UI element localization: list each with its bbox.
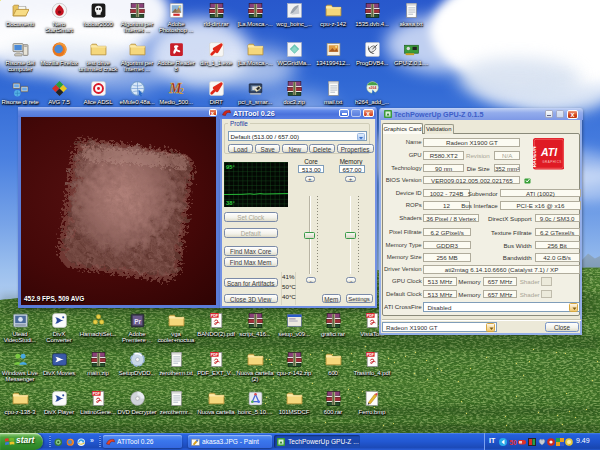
svg-text:RADEON: RADEON — [533, 146, 537, 167]
svg-text:50: 50 — [509, 438, 517, 445]
svg-text:GRAPHICS: GRAPHICS — [542, 160, 562, 164]
svg-text:ATI: ATI — [540, 146, 558, 158]
svg-text:38°: 38° — [226, 200, 235, 206]
svg-text:95°: 95° — [226, 164, 235, 170]
